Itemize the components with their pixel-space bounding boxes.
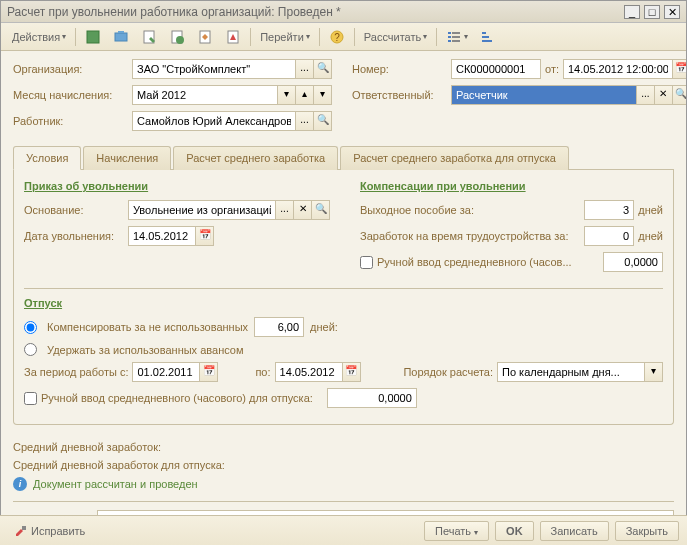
period-to-calendar-button[interactable]: 📅 — [343, 362, 361, 382]
svg-point-4 — [176, 36, 184, 44]
period-to-label: по: — [255, 366, 270, 378]
dismissal-date-label: Дата увольнения: — [24, 230, 124, 242]
daily-avg-vacation-label: Средний дневной заработок для отпуска: — [13, 459, 674, 471]
withhold-radio[interactable] — [24, 343, 37, 356]
employment-unit: дней — [638, 230, 663, 242]
vacation-manual-input[interactable] — [327, 388, 417, 408]
ok-button[interactable]: OK — [495, 521, 534, 541]
dismissal-header: Приказ об увольнении — [24, 180, 330, 192]
org-search-button[interactable]: 🔍 — [314, 59, 332, 79]
minimize-button[interactable]: _ — [624, 5, 640, 19]
daily-avg-label: Средний дневной заработок: — [13, 441, 674, 453]
manual-avg-label: Ручной ввод среднедневного (часов... — [377, 256, 599, 268]
org-select-button[interactable]: ... — [296, 59, 314, 79]
order-input[interactable] — [497, 362, 645, 382]
basis-input[interactable] — [128, 200, 276, 220]
period-label: За период работы с: — [24, 366, 128, 378]
date-input[interactable] — [563, 59, 673, 79]
toolbar-icon-4[interactable] — [164, 26, 190, 48]
actions-menu[interactable]: Действия ▾ — [7, 28, 71, 46]
dismissal-date-calendar-button[interactable]: 📅 — [196, 226, 214, 246]
org-input[interactable] — [132, 59, 296, 79]
svg-rect-12 — [452, 36, 460, 38]
compensate-input[interactable] — [254, 317, 304, 337]
employment-input[interactable] — [584, 226, 634, 246]
severance-unit: дней — [638, 204, 663, 216]
svg-rect-14 — [452, 40, 460, 42]
svg-rect-1 — [115, 33, 127, 41]
tabs: Условия Начисления Расчет среднего зараб… — [13, 145, 674, 170]
basis-select-button[interactable]: ... — [276, 200, 294, 220]
close-form-button[interactable]: Закрыть — [615, 521, 679, 541]
month-dropdown-button[interactable]: ▾ — [278, 85, 296, 105]
titlebar: Расчет при увольнении работника организа… — [1, 1, 686, 23]
worker-search-button[interactable]: 🔍 — [314, 111, 332, 131]
window-title: Расчет при увольнении работника организа… — [7, 5, 624, 19]
bottom-bar: Исправить Печать ▾ OK Записать Закрыть — [0, 515, 687, 545]
month-input[interactable] — [132, 85, 278, 105]
compensate-radio[interactable] — [24, 321, 37, 334]
basis-clear-button[interactable]: ✕ — [294, 200, 312, 220]
maximize-button[interactable]: □ — [644, 5, 660, 19]
fix-button[interactable]: Исправить — [8, 520, 90, 542]
tab-average-vacation[interactable]: Расчет среднего заработка для отпуска — [340, 146, 569, 170]
svg-rect-11 — [448, 36, 451, 38]
worker-input[interactable] — [132, 111, 296, 131]
resp-input[interactable] — [451, 85, 637, 105]
basis-label: Основание: — [24, 204, 124, 216]
resp-search-button[interactable]: 🔍 — [673, 85, 687, 105]
svg-rect-9 — [448, 32, 451, 34]
toolbar-icon-5[interactable] — [192, 26, 218, 48]
number-label: Номер: — [352, 63, 447, 75]
month-down-button[interactable]: ▾ — [314, 85, 332, 105]
date-calendar-button[interactable]: 📅 — [673, 59, 687, 79]
month-up-button[interactable]: ▴ — [296, 85, 314, 105]
resp-clear-button[interactable]: ✕ — [655, 85, 673, 105]
svg-rect-10 — [452, 32, 460, 34]
tab-content: Приказ об увольнении Основание: ... ✕ 🔍 … — [13, 170, 674, 425]
svg-text:?: ? — [334, 32, 340, 43]
period-to-input[interactable] — [275, 362, 343, 382]
dismissal-date-input[interactable] — [128, 226, 196, 246]
severance-input[interactable] — [584, 200, 634, 220]
tab-accruals[interactable]: Начисления — [83, 146, 171, 170]
status-text: Документ рассчитан и проведен — [33, 478, 198, 490]
severance-label: Выходное пособие за: — [360, 204, 580, 216]
toolbar-icon-6[interactable] — [220, 26, 246, 48]
toolbar-icon-2[interactable] — [108, 26, 134, 48]
vacation-manual-checkbox[interactable] — [24, 392, 37, 405]
employment-label: Заработок на время трудоустройства за: — [360, 230, 580, 242]
manual-avg-input[interactable] — [603, 252, 663, 272]
compensation-header: Компенсации при увольнении — [360, 180, 663, 192]
month-label: Месяц начисления: — [13, 89, 128, 101]
tab-conditions[interactable]: Условия — [13, 146, 81, 170]
toolbar: Действия ▾ Перейти ▾ ? Рассчитать ▾ ▾ — [1, 23, 686, 51]
period-from-calendar-button[interactable]: 📅 — [200, 362, 218, 382]
toolbar-icon-3[interactable] — [136, 26, 162, 48]
compensate-label: Компенсировать за не использованных — [47, 321, 248, 333]
resp-label: Ответственный: — [352, 89, 447, 101]
worker-select-button[interactable]: ... — [296, 111, 314, 131]
close-button[interactable]: ✕ — [664, 5, 680, 19]
save-button[interactable]: Записать — [540, 521, 609, 541]
svg-rect-0 — [87, 31, 99, 43]
toolbar-sort-icon[interactable] — [475, 26, 501, 48]
tab-average[interactable]: Расчет среднего заработка — [173, 146, 338, 170]
manual-avg-checkbox[interactable] — [360, 256, 373, 269]
compensate-unit: дней: — [310, 321, 338, 333]
toolbar-list-icon[interactable]: ▾ — [441, 26, 473, 48]
svg-rect-18 — [22, 526, 26, 530]
svg-rect-15 — [482, 32, 486, 34]
number-input[interactable] — [451, 59, 541, 79]
svg-rect-17 — [482, 40, 492, 42]
from-label: от: — [545, 63, 559, 75]
basis-search-button[interactable]: 🔍 — [312, 200, 330, 220]
calculate-menu[interactable]: Рассчитать ▾ — [359, 28, 432, 46]
goto-menu[interactable]: Перейти ▾ — [255, 28, 315, 46]
print-button[interactable]: Печать ▾ — [424, 521, 489, 541]
resp-select-button[interactable]: ... — [637, 85, 655, 105]
order-dropdown-button[interactable]: ▾ — [645, 362, 663, 382]
help-icon[interactable]: ? — [324, 26, 350, 48]
period-from-input[interactable] — [132, 362, 200, 382]
toolbar-icon-1[interactable] — [80, 26, 106, 48]
